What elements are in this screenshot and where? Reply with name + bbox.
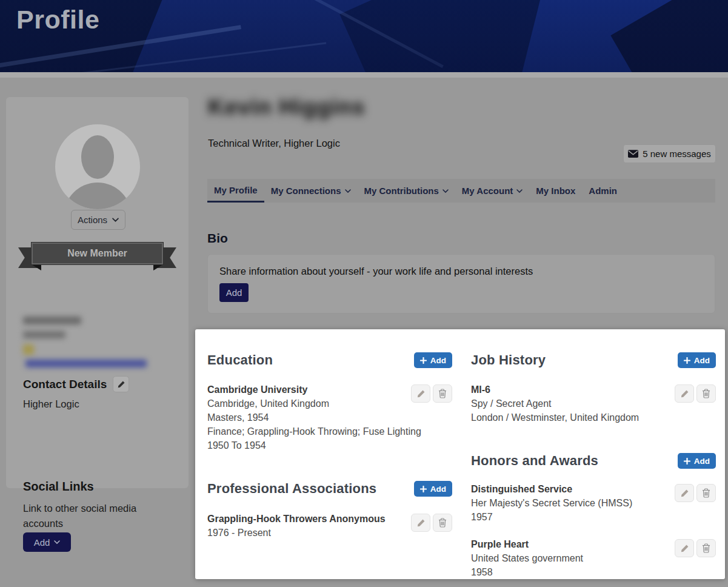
add-job-button[interactable]: Add [678,352,716,368]
contact-details-heading: Contact Details [23,376,129,392]
honor-entry: Purple Heart United States government 19… [471,537,716,579]
edit-button[interactable] [675,484,694,502]
add-social-link-button[interactable]: Add [23,532,71,552]
chevron-down-icon [345,189,351,193]
actions-label: Actions [78,215,107,225]
delete-button[interactable] [696,384,716,403]
profile-tabbar: My Profile My Connections My Contributio… [207,179,715,203]
trash-icon [702,389,710,398]
professional-association-entry: Grappling-Hook Throwers Anonymous 1976 -… [207,512,452,540]
delete-button[interactable] [696,484,716,502]
banner-art [265,0,444,68]
new-member-badge: New Member [32,243,163,264]
banner-art [339,0,630,73]
education-section-header: Education Add [207,352,452,368]
chevron-down-icon [54,540,60,544]
tab-my-account[interactable]: My Account [455,179,529,203]
new-messages-label: 5 new messages [643,149,711,159]
bio-prompt: Share information about yourself - your … [219,266,533,277]
contact-organization: Higher Logic [23,398,79,410]
tab-my-inbox[interactable]: My Inbox [529,179,582,203]
delete-button[interactable] [433,384,452,403]
entry-actions [675,484,716,502]
honor-entry: Distinguished Service Her Majesty's Secr… [471,482,716,524]
honors-heading: Honors and Awards [471,453,598,469]
add-label: Add [694,356,710,365]
pencil-icon [680,389,689,398]
profile-sidebar-card: Actions New Member Contact Details Highe… [6,97,189,488]
profile-page: Profile Actions New Member Contact Detai… [0,0,728,587]
tab-label: My Connections [271,186,341,196]
education-heading: Education [207,352,273,368]
blurred-email-link[interactable] [25,360,147,367]
page-banner: Profile [0,0,728,73]
spotlight-right-column: Job History Add MI-6 Spy / Secret Agent … [471,329,716,579]
delete-button[interactable] [433,514,452,532]
education-entry: Cambridge University Cambridge, United K… [207,383,452,452]
add-bio-button[interactable]: Add [219,283,249,302]
entry-line: Masters, 1954 [207,411,452,424]
edit-contact-button[interactable] [113,376,129,392]
job-history-heading: Job History [471,352,546,368]
entry-line: London / Westminster, United Kingdom [471,411,716,424]
pencil-icon [680,489,689,498]
edit-button[interactable] [675,539,694,557]
blurred-contact-icon [23,344,34,355]
delete-button[interactable] [696,539,716,557]
tab-my-contributions[interactable]: My Contributions [358,179,455,203]
tab-label: My Profile [214,185,258,195]
page-title: Profile [16,5,99,35]
honors-section-header: Honors and Awards Add [471,453,716,469]
trash-icon [438,389,447,398]
add-education-button[interactable]: Add [414,352,452,368]
add-label: Add [430,485,446,494]
banner-art [25,42,327,73]
entry-actions [675,384,716,403]
member-name-blurred: Kevin Higgins [208,95,366,120]
entry-actions [675,539,716,557]
new-messages-button[interactable]: 5 new messages [623,144,716,163]
tab-admin[interactable]: Admin [582,179,624,203]
tab-label: Admin [589,186,617,196]
add-label: Add [34,537,50,548]
entry-actions [411,384,452,403]
entry-line: 1957 [471,510,716,524]
new-member-ribbon: New Member [18,243,176,274]
contact-details-label: Contact Details [23,378,107,391]
plus-icon [420,357,427,364]
tab-label: My Account [462,186,513,196]
header-divider [0,72,728,78]
pencil-icon [680,544,689,553]
edit-button[interactable] [411,384,430,403]
entry-line: 1958 [471,565,716,579]
entry-actions [411,514,452,532]
tab-my-profile[interactable]: My Profile [207,179,264,203]
avatar [55,124,140,209]
edit-button[interactable] [675,384,694,403]
plus-icon [684,357,690,364]
add-honor-button[interactable]: Add [678,453,716,469]
chevron-down-icon [442,189,449,193]
social-links-description: Link to other social media accounts [23,501,160,531]
banner-art [133,0,442,73]
trash-icon [438,518,447,528]
add-label: Add [430,356,446,365]
envelope-icon [628,150,638,158]
job-history-section-header: Job History Add [471,352,716,368]
edit-button[interactable] [411,514,430,532]
banner-art [610,0,728,73]
add-professional-association-button[interactable]: Add [414,481,452,497]
member-job-title: Technical Writer, Higher Logic [208,138,340,149]
tab-label: My Inbox [536,186,575,196]
tab-my-connections[interactable]: My Connections [264,179,358,203]
actions-dropdown-button[interactable]: Actions [71,210,125,230]
job-history-entry: MI-6 Spy / Secret Agent London / Westmin… [471,383,716,424]
chevron-down-icon [516,189,523,193]
avatar-silhouette-head [81,135,114,179]
bio-heading: Bio [207,231,228,246]
trash-icon [702,488,710,498]
pencil-icon [416,389,426,398]
plus-icon [684,458,690,465]
blurred-address-line [23,331,65,338]
entry-line: Finance; Grappling-Hook Throwing; Fuse L… [207,424,452,438]
